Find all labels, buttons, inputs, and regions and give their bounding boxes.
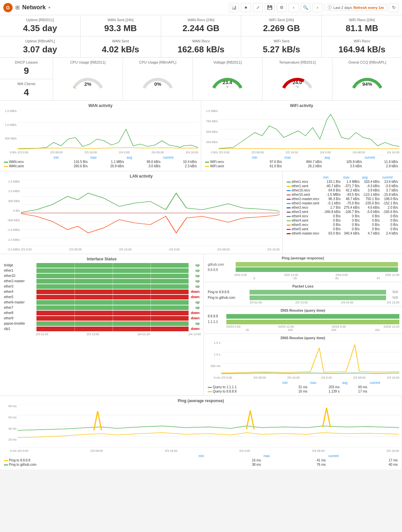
dropdown-icon[interactable]: ▾ xyxy=(48,5,50,10)
save-btn[interactable]: 💾 xyxy=(265,3,275,12)
interface-timeline xyxy=(36,268,189,273)
legend-row: Ping to 8.8.8.8 16 ms 41 ms 17 ms xyxy=(3,458,399,462)
dns-bar-111 xyxy=(226,320,399,324)
zoom-btn[interactable]: 🔍 xyxy=(301,3,311,12)
tile-label: Uptime [RBmAPL] xyxy=(4,39,76,43)
y-axis: 1.5 MB/s 1.0 MB/s 500 kB/s 0 B/s xyxy=(3,109,18,154)
tile-wifi-sent-24h: WiFi Sent [24h] 2.269 GB xyxy=(241,15,322,36)
interface-status-label: down xyxy=(189,327,201,331)
interface-name: ether4 xyxy=(3,289,36,294)
wan-wifi-charts-row: WAN activity 1.5 MB/s 1.0 MB/s 500 kB/s … xyxy=(0,101,402,171)
time-range[interactable]: 🕐 Last 2 days Refresh every 1m xyxy=(324,4,387,11)
interface-row: pppoe-tmobile up xyxy=(3,321,201,326)
interface-status-panel: Interface Status bridge up ether1 up eth… xyxy=(0,254,204,396)
interface-name: ether7 xyxy=(3,305,36,310)
y-axis: 1.0 MB/s 750 kB/s 500 kB/s 250 kB/s 0 B/… xyxy=(204,109,219,154)
tile-label: WiFi Recv [24h] xyxy=(326,18,398,22)
interface-name: ether5 xyxy=(3,294,36,299)
tile-wan-sent-rate: WAN Sent 4.02 kB/s xyxy=(81,36,161,57)
chart-btn[interactable]: 📊 xyxy=(229,3,239,12)
tile-wan-recv-rate: WAN Recv 162.68 kB/s xyxy=(161,36,242,57)
dns-legend: min max avg current Query to 1.1.1.1 31 … xyxy=(206,381,399,394)
gauge-label: Temperature [RB2011] xyxy=(265,60,329,64)
prev-btn[interactable]: ‹ xyxy=(289,3,299,12)
refresh-label: Refresh every 1m xyxy=(353,6,384,10)
interface-list: bridge up ether1 up ether10 xyxy=(3,263,201,331)
interface-name: sfp1 xyxy=(3,326,36,331)
loss-row-github: Ping to github.com N/A xyxy=(206,295,399,300)
settings-btn[interactable]: ⚙ xyxy=(277,3,287,12)
gauge-svg: 2% xyxy=(70,67,106,90)
chart-area-wrapper: 1.5 MB/s 1.0 MB/s 500 kB/s 0 B/s -500 kB… xyxy=(3,180,280,251)
interface-timeline xyxy=(36,290,189,294)
legend-row: ether2-master.recv 96.3 B/s 48.7 kB/s 75… xyxy=(285,197,399,201)
next-btn[interactable]: › xyxy=(313,3,322,12)
legend-row: Ping to github.com 38 ms 76 ms 40 ms xyxy=(3,462,399,467)
tile-value: 2.269 GB xyxy=(245,23,317,33)
interface-title: Interface Status xyxy=(3,257,201,261)
tile-wifi-recv-rate: WiFi Recv 164.94 kB/s xyxy=(322,36,402,57)
interface-name: ether6-master xyxy=(3,300,36,305)
wan-legend: min max avg current WAN.recv 116.5 B/s 1… xyxy=(3,155,198,168)
dns-row-111: 1.1.1.1 xyxy=(206,319,399,324)
interface-timeline xyxy=(36,327,189,331)
legend-row: ether10.sent -1.5 MB/s -93.5 B/s -110.1 … xyxy=(285,192,399,197)
interface-name: ether1 xyxy=(3,268,36,273)
legend-row: Query to 1.1.1.1 31 ms 203 ms 60 ms xyxy=(206,385,399,389)
interface-status-label: up xyxy=(189,269,201,272)
clock-icon: 🕐 xyxy=(327,5,332,10)
interface-row: ether7 up xyxy=(3,305,201,310)
tile-label: WAN Recv [24h] xyxy=(165,18,237,22)
interface-timeline xyxy=(36,316,189,321)
panel-title: DNS Resolve (query time) xyxy=(206,336,399,340)
gauge-ccq: Overal CCQ [RBmAPL] 94% xyxy=(332,58,402,100)
gauge-label: Voltage [RB2011] xyxy=(196,60,260,64)
ping-avg-mini-panel: Ping (average response) github.com 8.8.8… xyxy=(204,254,402,282)
x-axis: 2/3 0:00 2/3 08:00 2/3 16:00 2/4 0:00 2/… xyxy=(18,449,399,452)
ping-bar-github xyxy=(236,262,398,267)
y-axis: 80 ms 60 ms 40 ms 20 ms 0 ms xyxy=(3,404,18,452)
svg-text:23.4: 23.4 xyxy=(223,80,232,85)
header-right: 📊 ★ ⤢ 💾 ⚙ ‹ 🔍 › 🕐 Last 2 days Refresh ev… xyxy=(229,3,399,12)
interface-status-label: up xyxy=(189,279,201,283)
tile-label: Wifi Clients xyxy=(4,82,49,86)
tile-value: 162.68 kB/s xyxy=(165,44,237,55)
loss-row-888: Ping to 8.8.8.8 N/A xyxy=(206,290,399,294)
tile-wifi-sent-rate: WiFi Sent 5.27 kB/s xyxy=(241,36,322,57)
tile-wan-sent-24h: WAN Sent [24h] 93.3 MB xyxy=(81,15,161,36)
y-label: 1.5 MB/s xyxy=(5,109,17,113)
gauge-temperature: Temperature [RB2011] 24.0 °C xyxy=(262,58,332,100)
interface-row: ether10 up xyxy=(3,273,201,278)
tile-value: 9 xyxy=(4,66,49,76)
gauge-svg: 94% xyxy=(349,67,385,90)
interface-row: ether9 down xyxy=(3,316,201,321)
wifi-chart-panel: WiFi activity 1.0 MB/s 750 kB/s 500 kB/s… xyxy=(201,101,402,171)
x-axis: 2/3 0:00 2/3 08:00 2/3 16:00 2/4 0:00 2/… xyxy=(221,376,399,379)
chart-main: 2/3 0:00 2/3 08:00 2/3 16:00 2/4 0:00 2/… xyxy=(221,341,399,379)
interface-row: ether4 down xyxy=(3,289,201,294)
share-btn[interactable]: ⤢ xyxy=(253,3,263,12)
wan-chart-panel: WAN activity 1.5 MB/s 1.0 MB/s 500 kB/s … xyxy=(0,101,201,171)
stat-row-1: Uptime [RB2011] 4.35 day WAN Sent [24h] … xyxy=(0,15,402,36)
chart-title: LAN activity xyxy=(3,174,280,179)
tile-label: DHCP Leases xyxy=(4,60,49,64)
star-btn[interactable]: ★ xyxy=(241,3,251,12)
tile-value: 4.02 kB/s xyxy=(85,44,157,55)
interface-status-label: up xyxy=(189,274,201,278)
dns-chart-panel: DNS Resolve (query time) 1.5 s 1.0 s 500… xyxy=(204,334,402,396)
time-label: Last 2 days xyxy=(333,6,352,10)
panel-title: Ping (average response) xyxy=(206,256,399,260)
small-tiles: DHCP Leases 9 Wifi Clients 4 xyxy=(0,58,53,100)
lan-chart-panel: LAN activity 1.5 MB/s 1.0 MB/s 500 kB/s … xyxy=(0,171,283,254)
lan-chart-svg xyxy=(21,180,280,246)
gauge-display: 23.4 V xyxy=(196,66,260,92)
interface-status-label: up xyxy=(189,263,201,267)
interface-timeline xyxy=(36,300,189,305)
interface-name: ether2-master xyxy=(3,279,36,284)
ping-row-888: 8.8.8.8 xyxy=(208,267,398,272)
y-axis: 1.5 s 1.0 s 500 ms 0 ms xyxy=(206,341,221,379)
logo-symbol: G xyxy=(6,5,10,10)
refresh-btn[interactable]: ↻ xyxy=(389,3,399,12)
tile-wifi-recv-24h: WiFi Recv [24h] 81.1 MB xyxy=(322,15,402,36)
loss-bar-888 xyxy=(250,290,386,294)
